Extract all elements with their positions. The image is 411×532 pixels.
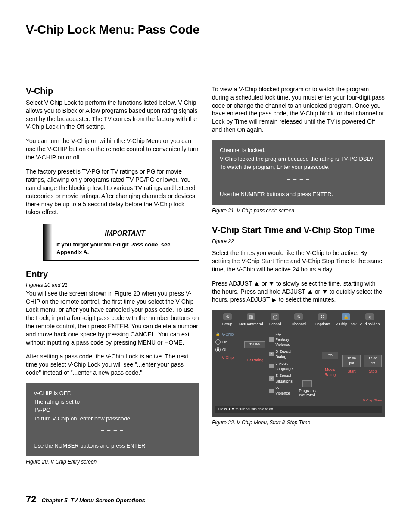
figure-22-screenshot: ⟲Setup ▥NetCommand ◯Record ⇅Channel CCap… (212, 310, 385, 416)
hint-bar: Press ▲▼ to turn V-Chip on and off (215, 406, 382, 413)
heading-entry: Entry (26, 268, 199, 280)
up-icon (308, 290, 312, 294)
page-footer: 72 Chapter 5. TV Menu Screen Operations (26, 493, 385, 506)
radio-on (215, 339, 221, 345)
body-text: After setting a pass code, the V-Chip Lo… (26, 352, 199, 377)
body-text: You will see the screen shown in Figure … (26, 289, 199, 346)
screen-line: TV-PG (34, 406, 191, 414)
menu-tab-captions: CCaptions (311, 313, 334, 327)
body-text: Select the times you would like the V-Ch… (212, 249, 385, 274)
important-callout: IMPORTANT If you forget your four-digit … (43, 224, 199, 261)
screen-line: To turn V-Chip on, enter new passcode. (34, 414, 191, 423)
figure-22-caption: Figure 22. V-Chip Menu, Start & Stop Tim… (212, 419, 385, 426)
check-icon: ✓ (269, 376, 274, 381)
radio-off (215, 347, 221, 352)
menu-tab-netcommand: ▥NetCommand (239, 313, 263, 327)
body-text: You can turn the V-Chip on within the V-… (26, 137, 199, 162)
down-icon (269, 282, 274, 286)
menu-tab-channel: ⇅Channel (287, 313, 311, 327)
menu-tab-audiovideo: ♫AudioVideo (358, 313, 382, 327)
tv-pg-box: TV-PG (244, 341, 265, 348)
figure-21-caption: Figure 21. V-Chip pass code screen (212, 207, 385, 214)
figure-20-caption: Figure 20. V-Chip Entry screen (26, 458, 199, 465)
screen-line: Use the NUMBER buttons and press ENTER. (34, 442, 191, 450)
check-icon (269, 389, 274, 393)
screen-line: The rating is set to (34, 398, 191, 406)
passcode-dashes: – – – – (34, 426, 191, 435)
menu-tab-record: ◯Record (263, 313, 287, 327)
heading-time: V-Chip Start Time and V-Chip Stop Time (212, 224, 385, 236)
body-text: To view a V-Chip blocked program or to w… (212, 85, 385, 134)
figure-reference: Figure 22 (212, 238, 385, 245)
important-body: If you forget your four-digit Pass code,… (56, 241, 193, 256)
menu-tab-vchip-lock: 🔒V-Chip Lock (334, 313, 358, 327)
up-icon (255, 282, 259, 286)
body-text: Select V-Chip Lock to perform the functi… (26, 99, 199, 131)
start-time-box: 12:00 pm (342, 355, 360, 367)
page-number: 72 (26, 493, 36, 506)
pg-box: PG (322, 352, 338, 359)
heading-vchip: V-Chip (26, 85, 199, 97)
figure-reference: Figures 20 and 21 (26, 282, 199, 289)
check-icon: ✓ (269, 352, 274, 356)
screen-line: Channel is locked. (220, 146, 377, 155)
figure-21-screenshot: Channel is locked. V-Chip locked the pro… (212, 140, 385, 205)
check-icon (269, 337, 274, 342)
screen-line: V-CHIP is OFF. (34, 389, 191, 398)
menu-tab-setup: ⟲Setup (215, 313, 239, 327)
right-column: To view a V-Chip blocked program or to w… (212, 85, 385, 476)
screen-line: To watch the program, Enter your passcod… (220, 163, 377, 171)
screen-line: V-Chip locked the program because the ra… (220, 155, 377, 163)
page-title: V-Chip Lock Menu: Pass Code (26, 22, 385, 38)
stop-time-box: 12:00 pm (364, 355, 382, 367)
left-column: V-Chip Select V-Chip Lock to perform the… (26, 85, 199, 476)
figure-20-screenshot: V-CHIP is OFF. The rating is set to TV-P… (26, 383, 199, 456)
programs-not-rated-box (302, 380, 312, 387)
right-icon (272, 298, 276, 302)
check-icon (269, 364, 274, 368)
chapter-label: Chapter 5. TV Menu Screen Operations (41, 497, 145, 504)
screen-line: Use the NUMBER buttons and press ENTER. (220, 190, 377, 199)
passcode-dashes: – – – – (220, 175, 377, 184)
vchip-onoff-group: 🔒V-Chip On Off V-Chip (215, 332, 240, 361)
important-title: IMPORTANT (56, 229, 193, 238)
down-icon (323, 290, 327, 294)
body-text: Press ADJUST or to slowly select the tim… (212, 280, 385, 304)
body-text: The factory preset is TV-PG for TV ratin… (26, 168, 199, 216)
